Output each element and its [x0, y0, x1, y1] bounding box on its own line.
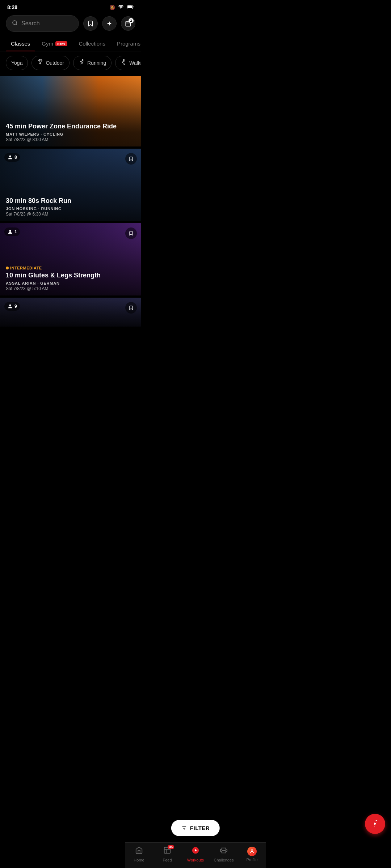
search-icon [12, 20, 18, 27]
status-bar: 8:28 🔕 [0, 0, 141, 12]
tab-collections[interactable]: Collections [74, 36, 110, 51]
add-button[interactable] [102, 16, 117, 31]
card-content-2: 30 min 80s Rock Run JON HOSKING · RUNNIN… [0, 193, 141, 221]
nav-home[interactable]: Home [128, 846, 141, 862]
outdoor-icon [37, 59, 43, 67]
bookmark-button[interactable] [83, 16, 98, 31]
avatar-count-4: 9 [14, 304, 17, 309]
chip-walking[interactable]: Walking [115, 56, 141, 70]
difficulty-badge-3: INTERMEDIATE [6, 266, 42, 270]
header-icons: 2 [83, 16, 135, 31]
tabs-container: Classes Gym NEW Collections Programs [0, 36, 141, 51]
tab-gym[interactable]: Gym NEW [37, 36, 72, 51]
home-icon [135, 846, 141, 856]
svg-point-7 [123, 60, 125, 61]
avatar-group-4: 9 [4, 302, 20, 311]
tab-programs[interactable]: Programs [112, 36, 141, 51]
card-meta-1: MATT WILPERS · CYCLING [6, 132, 135, 136]
chip-yoga[interactable]: Yoga [6, 56, 28, 70]
avatar-group-3: 1 [4, 227, 20, 236]
svg-point-10 [9, 305, 11, 306]
svg-point-5 [39, 60, 41, 62]
svg-point-6 [82, 60, 83, 61]
search-container: Search 2 [0, 12, 141, 36]
card-meta-3: ASSAL ARIAN · GERMAN [6, 281, 135, 285]
card-time-3: Sat 7/8/23 @ 5:10 AM [6, 286, 135, 291]
nav-home-label: Home [134, 858, 141, 862]
bookmark-btn-3[interactable] [125, 227, 137, 239]
avatar-icon-3 [7, 229, 13, 235]
card-time-2: Sat 7/8/23 @ 6:30 AM [6, 212, 135, 217]
mute-icon: 🔕 [109, 5, 115, 10]
status-icons: 🔕 [109, 5, 134, 10]
card-content-1: 45 min Power Zone Endurance Ride MATT WI… [0, 118, 141, 146]
workout-card-1[interactable]: 45 min Power Zone Endurance Ride MATT WI… [0, 76, 141, 146]
card-top-left-2: 8 [4, 153, 20, 162]
avatar-count-2: 8 [14, 155, 17, 160]
avatar-icon-4 [7, 303, 13, 309]
card-top-left-4: 9 [4, 302, 20, 311]
avatar-count-3: 1 [14, 229, 17, 234]
search-placeholder: Search [21, 20, 40, 27]
calendar-button[interactable]: 2 [121, 16, 135, 31]
cards-container: 45 min Power Zone Endurance Ride MATT WI… [0, 75, 141, 330]
card-top-left-3: 1 [4, 227, 20, 236]
svg-point-9 [9, 230, 11, 232]
bookmark-btn-2[interactable] [125, 153, 137, 165]
svg-point-3 [13, 21, 17, 25]
chip-running[interactable]: Running [73, 56, 112, 70]
calendar-badge: 2 [129, 18, 134, 23]
avatar-icon-2 [7, 154, 13, 160]
search-bar[interactable]: Search [6, 15, 79, 32]
card-time-1: Sat 7/8/23 @ 8:00 AM [6, 137, 135, 142]
bottom-nav: Home 35 Feed Workouts Challenges [125, 842, 141, 868]
card-title-2: 30 min 80s Rock Run [6, 197, 135, 205]
workout-card-2[interactable]: 8 30 min 80s Rock Run JON HOSKING · RUNN… [0, 149, 141, 221]
battery-icon [127, 5, 134, 10]
svg-point-8 [9, 156, 11, 157]
card-overlay-4 [0, 298, 141, 327]
workout-card-3[interactable]: 1 INTERMEDIATE 10 min Glutes & Legs Stre… [0, 223, 141, 295]
avatar-group-2: 8 [4, 153, 20, 162]
svg-rect-2 [127, 5, 132, 8]
svg-point-0 [121, 8, 121, 9]
status-time: 8:28 [7, 4, 17, 10]
walking-icon [121, 59, 127, 67]
card-title-1: 45 min Power Zone Endurance Ride [6, 123, 135, 131]
filter-chips: Yoga Outdoor Running Walking [0, 51, 141, 75]
wifi-icon [118, 5, 124, 10]
card-meta-2: JON HOSKING · RUNNING [6, 207, 135, 211]
workout-card-4[interactable]: 9 [0, 298, 141, 327]
difficulty-dot-3 [6, 267, 9, 269]
bookmark-btn-4[interactable] [125, 302, 137, 314]
card-title-3: 10 min Glutes & Legs Strength [6, 272, 135, 280]
card-content-3: INTERMEDIATE 10 min Glutes & Legs Streng… [0, 260, 141, 295]
tab-classes[interactable]: Classes [6, 36, 35, 51]
difficulty-label-3: INTERMEDIATE [10, 266, 42, 270]
new-badge: NEW [55, 41, 67, 46]
chip-outdoor[interactable]: Outdoor [31, 56, 70, 70]
running-chip-icon [79, 59, 85, 67]
